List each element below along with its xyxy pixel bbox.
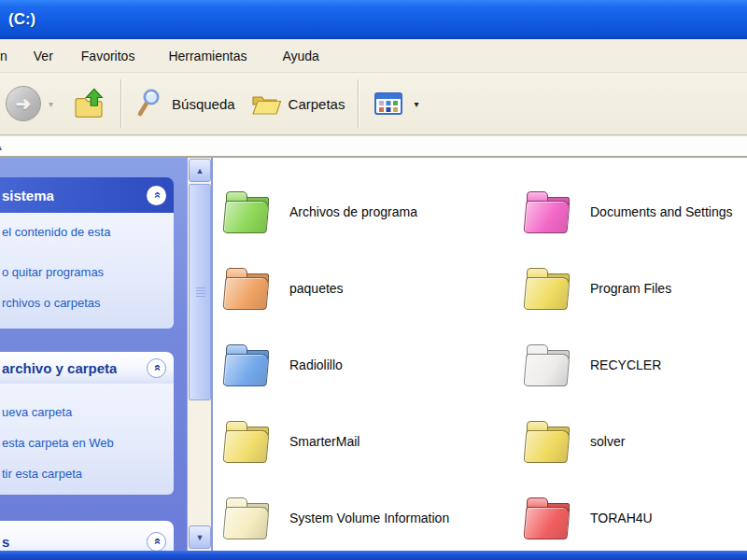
folder-icon-part [222,201,269,233]
window-title: (C:) [0,10,35,29]
task-link[interactable]: tir esta carpeta [2,466,168,482]
file-item[interactable]: System Volume Information [220,480,521,551]
section-body: ueva carpetaesta carpeta en Webtir esta … [0,384,174,495]
section-title: sistema [2,188,54,203]
file-grid: Archivos de programapaquetesRadiolilloSm… [213,158,747,551]
address-text-fragment: A [0,139,5,153]
menu-item-ayuda[interactable]: Ayuda [275,45,326,67]
file-item[interactable]: TORAH4U [521,480,747,551]
toolbar-separator [120,79,122,128]
scrollbar-thumb[interactable] [189,184,211,400]
section-title: archivo y carpeta [2,360,117,376]
file-label[interactable]: Radiolillo [289,357,343,372]
folder-icon-part [222,507,269,539]
explorer-window: (C:) nVerFavoritosHerramientasAyuda ➜ ▾ [0,0,747,560]
views-button[interactable]: ▾ [365,86,426,121]
title-bar[interactable]: (C:) [0,0,747,39]
folder-icon-part [523,430,570,463]
folders-button[interactable]: Carpetas [243,86,353,121]
up-button[interactable] [66,83,115,124]
address-bar[interactable]: A [0,135,747,158]
file-item[interactable]: solver [521,403,747,480]
file-item[interactable]: SmarterMail [220,403,521,480]
task-pane-scrollbar[interactable]: ▲ ▼ [187,158,213,551]
task-pane-section: s» [0,521,174,551]
file-label[interactable]: SmarterMail [289,434,359,449]
file-label[interactable]: paquetes [289,281,344,296]
file-label[interactable]: Documents and Settings [590,204,733,219]
folders-icon [250,90,282,118]
file-label[interactable]: solver [590,434,625,449]
task-link[interactable]: esta carpeta en Web [2,435,168,451]
section-header[interactable]: archivo y carpeta» [0,352,174,384]
task-link[interactable]: o quitar programas [2,264,168,280]
file-list: Archivos de programapaquetesRadiolilloSm… [213,158,747,551]
main-area: sistema»el contenido de estao quitar pro… [0,158,747,551]
window-bottom-border [0,551,747,560]
file-item[interactable]: RECYCLER [521,327,747,403]
file-label[interactable]: Archivos de programa [289,204,417,219]
task-link[interactable]: rchivos o carpetas [2,295,168,311]
folder-icon [521,414,575,469]
task-pane-section: archivo y carpeta»ueva carpetaesta carpe… [0,352,174,495]
forward-arrow-icon: ➜ [16,92,32,115]
scrollbar-down-button[interactable]: ▼ [189,525,211,549]
folder-icon [521,491,575,545]
menu-item-herramientas[interactable]: Herramientas [161,45,254,67]
scroll-up-icon: ▲ [196,166,204,175]
folder-icon [220,414,275,469]
chevron-up-icon[interactable]: » [147,532,166,552]
menu-item-fragment[interactable]: n [0,45,9,67]
folder-icon-part [523,354,570,386]
file-item[interactable]: Program Files [521,250,747,327]
folder-icon [521,185,575,239]
toolbar-separator [358,79,359,128]
file-item[interactable]: Archivos de programa [220,174,521,250]
folder-icon-part [222,354,269,386]
views-dropdown-caret-icon: ▾ [414,99,418,109]
file-item[interactable]: paquetes [220,250,521,327]
task-link[interactable]: el contenido de esta [2,224,168,240]
section-title: s [2,534,9,550]
search-icon [135,88,165,119]
task-pane-section: sistema»el contenido de estao quitar pro… [0,177,174,329]
file-label[interactable]: System Volume Information [289,511,449,525]
section-header[interactable]: sistema» [0,177,174,213]
folder-icon-part [523,507,570,539]
folder-icon-part [523,201,570,233]
scroll-down-icon: ▼ [196,533,204,542]
folder-icon-part [222,277,269,310]
menu-item-favoritos[interactable]: Favoritos [74,45,143,67]
folder-icon-part [523,277,570,310]
scrollbar-up-button[interactable]: ▲ [189,159,211,182]
file-label[interactable]: RECYCLER [590,357,661,372]
folder-icon [220,261,275,315]
chevron-up-icon[interactable]: » [147,186,166,205]
section-header[interactable]: s» [0,521,174,551]
folder-icon [220,338,275,392]
file-item[interactable]: Radiolillo [220,327,521,403]
search-button-label: Búsqueda [172,96,235,112]
file-label[interactable]: Program Files [590,281,671,296]
chevron-up-icon[interactable]: » [147,358,166,378]
file-label[interactable]: TORAH4U [590,511,653,525]
folder-icon [521,338,575,392]
folder-up-icon [74,87,107,120]
task-pane: sistema»el contenido de estao quitar pro… [0,158,187,551]
forward-button[interactable]: ➜ [6,86,41,121]
folder-icon [220,185,275,239]
task-link[interactable]: ueva carpeta [2,404,168,420]
folder-icon-part [222,430,269,463]
file-item[interactable]: Documents and Settings [521,174,747,250]
forward-dropdown-caret-icon[interactable]: ▾ [49,99,53,109]
folder-icon [220,491,275,545]
menu-bar: nVerFavoritosHerramientasAyuda [0,39,747,73]
search-button[interactable]: Búsqueda [128,84,243,123]
views-grid-icon [373,90,404,118]
folder-icon [521,261,575,315]
menu-item-ver[interactable]: Ver [26,45,61,67]
folders-button-label: Carpetas [289,96,345,112]
section-body: el contenido de estao quitar programasrc… [0,213,174,329]
toolbar: ➜ ▾ Búsqueda [0,73,747,135]
